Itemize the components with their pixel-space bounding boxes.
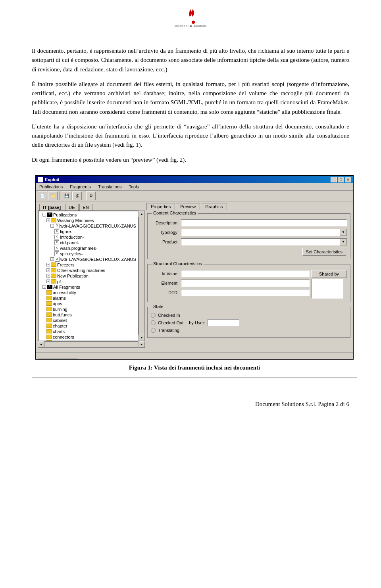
folder-icon-other [51,268,56,272]
tree-item-intro[interactable]: X introduction- [39,234,137,240]
all-frags-icon: A [47,285,52,289]
product-input[interactable] [181,238,340,245]
tree-item-wash-prog[interactable]: X wash.programmes- [39,245,137,251]
by-user-input[interactable] [208,319,239,326]
tree-scrollbar[interactable]: ▲ ▼ [139,211,145,341]
radio-checked-out[interactable] [151,320,156,325]
typology-dropdown-btn[interactable]: ▼ [340,229,347,236]
tree-item-ctrl[interactable]: X ctrl.panel- [39,240,137,245]
label-wdr1: wdr-LAVAGGIOELECTROLUX-ZANUS [60,224,136,228]
label-connectors: connectors [53,335,74,339]
toolbar-btn-save[interactable]: 💾 [62,192,71,200]
expand-new-pub[interactable]: + [46,274,50,278]
menu-publications[interactable]: Publications [38,184,64,190]
tree-item-other[interactable]: + Other washing machines [39,268,137,273]
h-scrollbar[interactable]: ◄ ► [38,341,145,348]
toolbar-btn-print[interactable]: 🖨 [72,192,82,200]
tree-item-alarms[interactable]: alarms [39,295,137,301]
expand-p1[interactable]: + [46,280,50,283]
tree-item-apps[interactable]: apps [39,301,137,306]
tree-item-figure[interactable]: X figure- [39,229,137,234]
typology-dropdown[interactable]: ▼ [181,229,347,236]
expand-wdr1[interactable]: - [50,224,54,228]
scroll-right-arrow[interactable]: ► [139,341,145,348]
toolbar-btn-misc[interactable]: ⚙ [86,192,96,200]
state-label: State [152,304,165,309]
tree-item-accessibility[interactable]: accessibility [39,290,137,295]
tree-item-new-pub[interactable]: + New Publication [39,273,137,279]
label-washing: Washing Machines [57,218,94,223]
expand-publications[interactable]: - [42,213,46,216]
id-value-row: Id Value: [151,270,310,277]
tree-item-chapter[interactable]: chapter [39,323,137,329]
tree-item-publications[interactable]: - P Publications [39,212,137,218]
right-pane: Properties Preview Graphics Content Char… [146,203,351,351]
set-characteristics-button[interactable]: Set Characteristics [302,248,346,256]
scroll-thumb[interactable] [139,217,144,335]
expand-other[interactable]: + [46,268,50,272]
tree-view[interactable]: - P Publications + Washing Machines [38,211,139,341]
expand-washing[interactable]: + [46,218,50,222]
menu-tools[interactable]: Tools [127,184,140,190]
radio-translating[interactable] [151,328,156,333]
product-dropdown[interactable]: ▼ [181,238,347,245]
expand-freezers[interactable]: + [46,263,50,266]
tree-item-cabinet[interactable]: cabinet [39,318,137,323]
titlebar-controls[interactable]: _ □ × [331,177,351,182]
tree-item-all-frags[interactable]: - A All Fragments [39,284,137,290]
tab-properties[interactable]: Properties [146,203,175,210]
scroll-down-arrow[interactable]: ▼ [139,335,145,341]
scroll-left-arrow[interactable]: ◄ [38,341,44,348]
menu-translations[interactable]: Translations [96,184,123,190]
element-row: Element: [151,280,310,287]
state-group: State Checked In Checked Out by User: [147,307,350,338]
label-wdr2: wdr-LAVAGGIOELECTROLUX-ZANUS [60,257,136,262]
tree-item-burning[interactable]: burning [39,306,137,312]
scroll-up-arrow[interactable]: ▲ [139,211,145,217]
toolbar-btn-open[interactable]: 📁 [48,192,58,200]
label-p1: p1 [57,279,62,284]
h-scroll-track[interactable] [44,341,139,348]
tree-item-butt-funcs[interactable]: butt.funcs [39,312,137,318]
menu-fragments[interactable]: Fragments [68,184,92,190]
tree-item-p1[interactable]: + p1 [39,279,137,284]
tree-item-connectors[interactable]: connectors [39,334,137,340]
label-burning: burning [53,307,67,312]
folder-icon-chapter [46,324,52,328]
product-dropdown-btn[interactable]: ▼ [340,238,347,245]
expand-all-frags[interactable]: - [42,285,46,289]
typology-input[interactable] [181,229,340,236]
label-figure: figure- [60,229,72,234]
lang-tab-en[interactable]: EN [79,204,92,211]
toolbar-btn-new[interactable]: 📄 [38,192,47,200]
description-input[interactable] [181,219,347,226]
tree-item-freezers[interactable]: + Freezers [39,262,137,268]
tab-preview[interactable]: Preview [176,203,200,210]
id-value-input[interactable] [181,270,310,277]
minimize-button[interactable]: _ [331,177,337,182]
svg-text:document ◆ solutions: document ◆ solutions [175,24,206,28]
lang-tab-de[interactable]: DE [65,204,78,211]
maximize-button[interactable]: □ [338,177,344,182]
expand-wdr2[interactable]: + [50,257,54,261]
figure-caption: Figura 1: Vista dei frammenti inclusi ne… [35,363,354,373]
tab-graphics[interactable]: Graphics [201,203,227,210]
tree-item-wdr1[interactable]: - X wdr-LAVAGGIOELECTROLUX-ZANUS [39,223,137,229]
translating-label: Translating [158,328,179,333]
publications-icon: P [47,213,52,217]
element-input[interactable] [181,280,310,287]
lang-tab-it[interactable]: IT [base] [39,204,64,211]
svg-point-0 [192,21,195,24]
tree-item-charts[interactable]: charts [39,329,137,334]
dtd-input[interactable] [181,289,310,296]
content-characteristics-group: Content Charcteristics Description: Typo… [147,213,350,259]
radio-checked-in[interactable] [151,313,156,318]
shared-by-button[interactable]: Shared by [311,270,347,278]
folder-icon-butt-funcs [46,312,52,317]
folder-icon-freezers [51,262,56,267]
tree-item-washing[interactable]: + Washing Machines [39,218,137,223]
tree-item-wdr2[interactable]: + X wdr-LAVAGGIOELECTROLUX-ZANUS [39,257,137,262]
tree-item-spin[interactable]: X spin.cycles- [39,251,137,257]
close-button[interactable]: × [345,177,351,182]
label-spin: spin.cycles- [60,251,83,256]
